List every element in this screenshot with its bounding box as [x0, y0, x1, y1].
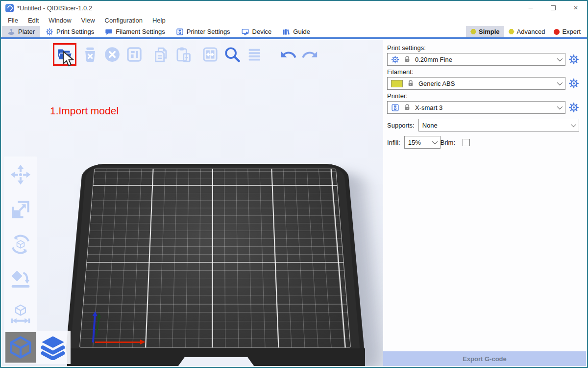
- print-settings-dropdown[interactable]: 0.20mm Fine: [387, 53, 565, 66]
- printer-dropdown[interactable]: X-smart 3: [387, 101, 565, 114]
- gear-icon: [46, 28, 53, 36]
- infill-dropdown[interactable]: 15%: [404, 136, 441, 149]
- menu-file[interactable]: File: [3, 17, 23, 24]
- edit-filament-button[interactable]: [568, 78, 579, 89]
- lock-icon: [403, 104, 411, 111]
- tab-guide[interactable]: Guide: [277, 26, 316, 37]
- edit-printer-button[interactable]: [568, 102, 579, 113]
- search-button[interactable]: [222, 45, 242, 64]
- place-on-face-button[interactable]: [9, 268, 32, 290]
- preview-layers-icon: [40, 335, 66, 360]
- split-button[interactable]: [200, 45, 220, 64]
- main-area: 1.Import model: [2, 40, 586, 366]
- supports-dropdown[interactable]: None: [418, 119, 579, 131]
- mode-switcher: Simple Advanced Expert: [466, 26, 587, 37]
- simple-mode-icon: [470, 29, 476, 35]
- menu-help[interactable]: Help: [147, 17, 171, 24]
- gear-icon: [568, 78, 579, 89]
- delete-button[interactable]: [80, 45, 100, 64]
- maximize-button[interactable]: [542, 1, 564, 15]
- menu-edit[interactable]: Edit: [23, 17, 44, 24]
- copy-icon: [153, 46, 170, 63]
- axis-x-arrow: [95, 342, 143, 343]
- undo-button[interactable]: [278, 45, 298, 64]
- rotate-button[interactable]: [9, 233, 32, 256]
- menu-configuration[interactable]: Configuration: [100, 17, 147, 24]
- mode-advanced[interactable]: Advanced: [504, 26, 550, 37]
- build-plate-notch: [169, 357, 264, 366]
- plater-toolbar: [53, 43, 322, 66]
- close-button[interactable]: ✕: [564, 1, 587, 15]
- infill-value: 15%: [408, 139, 421, 146]
- tabbar: Plater Print Settings Filament Settings …: [1, 26, 587, 39]
- paste-button[interactable]: [173, 45, 193, 64]
- arrange-icon: [126, 46, 143, 63]
- chevron-down-icon: [557, 80, 563, 85]
- copy-button[interactable]: [151, 45, 171, 64]
- chevron-down-icon: [557, 56, 563, 61]
- supports-row: Supports: None: [387, 119, 579, 131]
- minimize-button[interactable]: ─: [519, 1, 542, 15]
- export-gcode-button[interactable]: Export G-code: [383, 351, 586, 366]
- tab-printer-settings[interactable]: Printer Settings: [171, 26, 236, 37]
- import-model-button[interactable]: [55, 45, 74, 64]
- menu-window[interactable]: Window: [44, 17, 76, 24]
- undo-icon: [280, 46, 296, 63]
- view-switch: [4, 331, 71, 364]
- scale-icon: [10, 199, 31, 220]
- redo-button[interactable]: [300, 45, 320, 64]
- mode-label: Advanced: [517, 28, 545, 35]
- edit-print-settings-button[interactable]: [568, 54, 579, 65]
- tab-plater[interactable]: Plater: [2, 26, 40, 37]
- printer-label: Printer:: [387, 92, 579, 100]
- tab-label: Filament Settings: [116, 28, 165, 35]
- move-button[interactable]: [9, 163, 32, 186]
- build-plate-scene: [58, 133, 372, 366]
- guide-books-icon: [282, 28, 290, 36]
- lock-icon: [407, 79, 415, 87]
- mode-simple[interactable]: Simple: [466, 26, 504, 37]
- titlebar: *Untitled - QIDISlicer-1.0.2 ─ ✕: [1, 1, 587, 15]
- delete-all-icon: [104, 46, 121, 63]
- print-settings-value: 0.20mm Fine: [415, 56, 452, 63]
- settings-panel: Print settings: 0.20mm Fine Filament: Ge…: [383, 40, 586, 366]
- delete-all-button[interactable]: [102, 45, 122, 64]
- preview-button[interactable]: [38, 332, 68, 363]
- filament-label: Filament:: [387, 68, 579, 76]
- arrange-button[interactable]: [124, 45, 144, 64]
- layer-lines-icon: [246, 46, 263, 63]
- split-icon: [202, 46, 219, 63]
- delete-icon: [82, 46, 98, 63]
- variable-layer-height-button[interactable]: [245, 45, 264, 64]
- printer-row: X-smart 3: [387, 101, 579, 114]
- menu-view[interactable]: View: [76, 17, 100, 24]
- move-icon: [10, 164, 31, 185]
- tab-label: Print Settings: [56, 28, 94, 35]
- tab-device[interactable]: Device: [236, 26, 277, 37]
- viewport-3d[interactable]: 1.Import model: [2, 40, 383, 366]
- tab-label: Guide: [293, 28, 310, 35]
- printer-value: X-smart 3: [415, 104, 442, 111]
- mode-expert[interactable]: Expert: [549, 26, 585, 37]
- window-controls: ─ ✕: [519, 1, 587, 15]
- tab-filament-settings[interactable]: Filament Settings: [99, 26, 170, 37]
- tab-label: Plater: [18, 28, 35, 35]
- chevron-down-icon: [557, 104, 563, 109]
- app-window: *Untitled - QIDISlicer-1.0.2 ─ ✕ File Ed…: [0, 0, 588, 368]
- tab-print-settings[interactable]: Print Settings: [40, 26, 99, 37]
- chevron-down-icon: [571, 122, 576, 127]
- filament-color-swatch: [391, 80, 403, 87]
- advanced-mode-icon: [509, 29, 514, 35]
- filament-value: Generic ABS: [418, 80, 455, 87]
- gizmo-toolbar: [4, 157, 37, 332]
- brim-checkbox[interactable]: [463, 139, 470, 146]
- filament-dropdown[interactable]: Generic ABS: [387, 77, 565, 90]
- infill-label: Infill:: [387, 139, 400, 146]
- build-plate-grid: [79, 169, 351, 348]
- mode-label: Simple: [479, 28, 500, 35]
- editor-3d-button[interactable]: [5, 332, 36, 363]
- gear-icon: [391, 55, 399, 64]
- measure-button[interactable]: [9, 303, 32, 325]
- redo-icon: [302, 46, 318, 63]
- scale-button[interactable]: [9, 198, 32, 221]
